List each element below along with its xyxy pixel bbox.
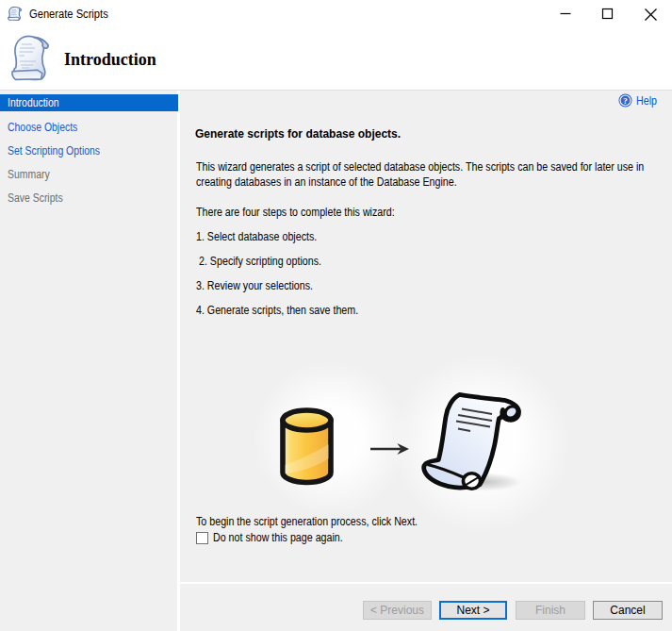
- svg-text:?: ?: [623, 96, 628, 106]
